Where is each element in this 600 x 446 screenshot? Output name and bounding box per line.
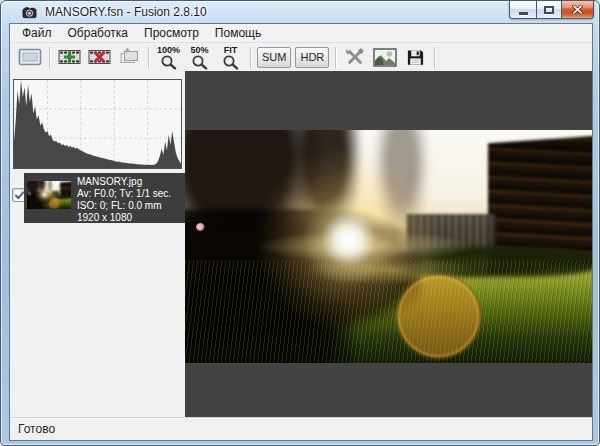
menu-help[interactable]: Помощь (207, 24, 269, 42)
image-iso-fl: ISO: 0; FL: 0.0 mm (77, 200, 171, 212)
window-controls (510, 1, 594, 19)
hdr-button[interactable]: HDR (295, 47, 329, 68)
toolbar-separator (434, 47, 435, 68)
toolbar-separator (49, 47, 50, 68)
settings-button[interactable] (340, 45, 370, 70)
menu-file[interactable]: Файл (14, 24, 60, 42)
minimize-icon (519, 12, 528, 15)
zoom-100-button[interactable]: 100% (153, 44, 184, 70)
toolbar-separator (250, 47, 251, 68)
zoom-100-label: 100% (157, 45, 180, 55)
app-window: MANSORY.fsn - Fusion 2.8.10 Файл Обработ… (0, 0, 600, 446)
checkmark-icon (14, 190, 25, 201)
add-image-button[interactable] (54, 45, 84, 70)
status-text: Готово (18, 422, 55, 436)
image-filename: MANSORY.jpg (77, 176, 171, 188)
new-project-button[interactable] (15, 45, 45, 70)
maximize-icon (544, 6, 554, 14)
statusbar: Готово (10, 417, 592, 440)
toolbar-separator (335, 47, 336, 68)
remove-image-icon (88, 47, 111, 67)
maximize-button[interactable] (536, 1, 562, 19)
magnifier-icon (160, 55, 178, 70)
zoom-fit-button[interactable]: FIT (215, 44, 246, 70)
image-thumbnail (27, 181, 71, 209)
photo-canvas (185, 130, 592, 363)
file-panel: MANSORY.jpg Av: F0.0; Tv: 1/1 sec. ISO: … (10, 71, 185, 417)
close-icon (572, 5, 583, 14)
align-images-button (114, 45, 144, 70)
content-area: MANSORY.jpg Av: F0.0; Tv: 1/1 sec. ISO: … (10, 71, 592, 417)
client-area: Файл Обработка Просмотр Помощь (9, 23, 593, 441)
close-button[interactable] (561, 1, 594, 19)
align-images-icon (118, 47, 141, 67)
zoom-50-button[interactable]: 50% (184, 44, 215, 70)
toolbar-separator (148, 47, 149, 68)
image-exposure: Av: F0.0; Tv: 1/1 sec. (77, 188, 171, 200)
thumbnail-photo (27, 181, 71, 209)
save-icon (406, 48, 425, 67)
toolbar: 100% 50% FIT SUM (10, 43, 592, 71)
file-list-item[interactable]: MANSORY.jpg Av: F0.0; Tv: 1/1 sec. ISO: … (24, 173, 185, 223)
minimize-button[interactable] (509, 1, 537, 19)
menu-view[interactable]: Просмотр (136, 24, 207, 42)
image-viewer (185, 71, 592, 417)
magnifier-icon (191, 55, 209, 70)
image-dimensions: 1920 x 1080 (77, 212, 171, 224)
histogram-svg (14, 80, 181, 168)
zoom-50-label: 50% (190, 45, 208, 55)
photo-lens-flare (185, 130, 592, 363)
sum-button[interactable]: SUM (257, 47, 291, 68)
menubar: Файл Обработка Просмотр Помощь (10, 24, 592, 43)
app-icon (22, 5, 37, 20)
frame-icon (18, 48, 42, 66)
zoom-fit-label: FIT (224, 45, 238, 55)
window-title: MANSORY.fsn - Fusion 2.8.10 (45, 5, 207, 19)
tools-icon (344, 47, 366, 67)
titlebar[interactable]: MANSORY.fsn - Fusion 2.8.10 (1, 1, 599, 23)
histogram-panel (13, 79, 182, 169)
image-icon (373, 48, 397, 67)
remove-image-button[interactable] (84, 45, 114, 70)
menu-processing[interactable]: Обработка (60, 24, 137, 42)
add-image-icon (58, 47, 81, 67)
image-info: MANSORY.jpg Av: F0.0; Tv: 1/1 sec. ISO: … (77, 176, 171, 224)
photo-scene (185, 130, 592, 363)
save-button[interactable] (400, 45, 430, 70)
magnifier-icon (222, 55, 240, 70)
preview-button[interactable] (370, 45, 400, 70)
